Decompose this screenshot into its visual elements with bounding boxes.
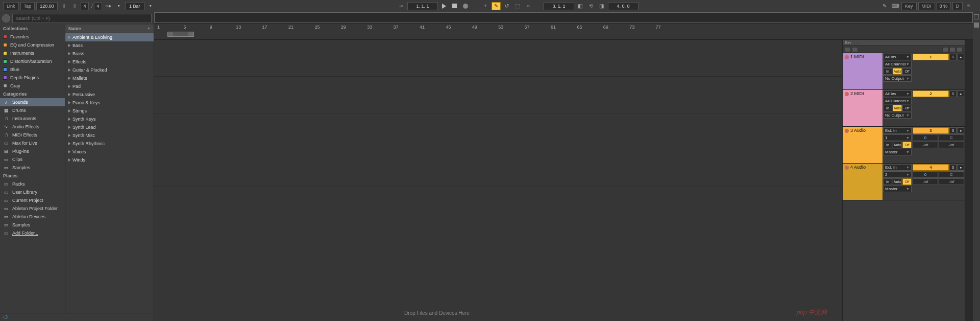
output-select[interactable]: No Output▼ [883,75,912,82]
collection-item[interactable]: EQ and Compression [0,41,65,49]
tempo-nudge-up-icon[interactable]: ⦀ [70,2,79,10]
monitor-off-button[interactable]: Off [902,68,912,75]
input-channel-select[interactable]: 1▼ [883,134,912,141]
input-channel-select[interactable]: All Channel▼ [883,98,912,104]
monitor-auto-button[interactable]: Auto [893,178,902,185]
monitor-auto-button[interactable]: Auto [893,105,902,111]
name-header[interactable]: Name▲ [65,25,154,33]
sound-folder[interactable]: Pad [65,82,154,90]
collection-item[interactable]: Depth Plugins [0,74,65,82]
quantize-dropdown-icon[interactable]: ▼ [146,2,155,10]
draw-mode-icon[interactable]: ✎ [880,2,889,10]
ruler[interactable]: 1591317212529333741454953576165697377 [154,24,973,40]
solo-button[interactable]: S [949,90,957,97]
place-item[interactable]: ▭Packs [0,180,65,188]
category-item[interactable]: ♪Sounds [0,98,65,106]
pan-field[interactable]: 0 [913,171,938,178]
monitor-in-button[interactable]: In [883,68,892,75]
sig-num[interactable]: 4 [81,2,89,10]
midi-map-button[interactable]: MIDI [918,2,935,10]
sound-folder[interactable]: Mallets [65,74,154,82]
track-title[interactable]: 2 MIDI [843,90,883,126]
arm-button[interactable]: ● [957,164,964,171]
track-activator-button[interactable]: 1 [913,54,949,60]
sound-folder[interactable]: Bass [65,41,154,50]
search-input[interactable] [12,14,152,23]
monitor-in-button[interactable]: In [883,178,892,185]
browser-collapse-icon[interactable] [2,14,10,22]
arrangement-view-tab[interactable] [974,22,979,28]
track-title[interactable]: 4 Audio [843,164,883,200]
sound-folder[interactable]: Synth Misc [65,131,154,140]
tap-button[interactable]: Tap [20,2,35,10]
track-fold-icon[interactable] [845,92,849,96]
input-type-select[interactable]: All Ins▼ [883,54,912,60]
sound-folder[interactable]: Brass [65,50,154,58]
output-select[interactable]: No Output▼ [883,112,912,119]
monitor-in-button[interactable]: In [883,142,892,148]
track-fold-icon[interactable] [845,55,849,59]
input-type-select[interactable]: Ext. In▼ [883,164,912,171]
overview-strip[interactable] [154,12,973,24]
input-channel-select[interactable]: All Channel▼ [883,61,912,67]
category-item[interactable]: ▭Max for Live [0,139,65,147]
punch-in-icon[interactable]: ◧ [576,2,585,10]
set-tool-4[interactable] [949,47,955,52]
send-field[interactable]: C [939,171,964,178]
computer-keyboard-icon[interactable]: ⌨ [891,2,900,10]
arm-button[interactable]: ● [957,127,964,134]
solo-button[interactable]: S [949,164,957,171]
category-item[interactable]: ⊞Plug-ins [0,147,65,155]
input-type-select[interactable]: Ext. In▼ [883,127,912,134]
collection-item[interactable]: Blue [0,65,65,74]
lock-icon[interactable] [957,47,963,52]
capture-icon[interactable]: ⬚ [513,2,522,10]
automation-arm-icon[interactable]: ✎ [492,2,501,10]
category-item[interactable]: ∿Audio Effects [0,123,65,131]
track-activator-button[interactable]: 2 [913,90,949,97]
track-title[interactable]: 3 Audio [843,127,883,163]
clip-area[interactable]: Drop Files and Devices Here php 中文网 [154,40,842,321]
set-tool-1[interactable] [845,47,851,52]
track-fold-icon[interactable] [845,129,849,133]
link-button[interactable]: Link [3,2,19,10]
sig-den[interactable]: 4 [94,2,102,10]
overdub-icon[interactable]: + [481,2,490,10]
monitor-off-button[interactable]: Off [902,105,912,111]
set-tool-3[interactable] [942,47,948,52]
menu-icon[interactable]: ≡ [964,2,973,10]
collection-item[interactable]: Favorites [0,33,65,41]
place-item[interactable]: ▭Samples [0,221,65,229]
session-view-tab[interactable] [974,14,979,19]
place-item[interactable]: ▭User Library [0,188,65,196]
quantize-field[interactable]: 1 Bar [125,2,144,10]
arm-button[interactable]: ● [957,90,964,97]
sound-folder[interactable]: Winds [65,156,154,164]
monitor-in-button[interactable]: In [883,105,892,111]
sound-folder[interactable]: Voices [65,148,154,156]
monitor-off-button[interactable]: Off [902,178,912,185]
pan-field[interactable]: 0 [913,134,938,141]
solo-button[interactable]: S [949,54,957,60]
input-channel-select[interactable]: 2▼ [883,171,912,178]
set-tool-2[interactable] [852,47,858,52]
track-fold-icon[interactable] [845,166,849,170]
metronome-icon[interactable]: ○● [104,2,113,10]
collection-item[interactable]: Distortion/Saturation [0,57,65,65]
collection-item[interactable]: Instruments [0,49,65,57]
category-item[interactable]: ⎍MIDI Effects [0,131,65,139]
loop-start-field[interactable]: 3. 1. 1 [544,2,574,10]
key-map-button[interactable]: Key [901,2,917,10]
place-item[interactable]: ▭Current Project [0,196,65,204]
monitor-auto-button[interactable]: Auto [893,68,902,75]
track-activator-button[interactable]: 3 [913,127,949,134]
stop-button[interactable] [450,2,459,10]
sound-folder[interactable]: Ambient & Evolving [65,33,154,41]
loop-brace[interactable] [167,32,194,37]
category-item[interactable]: ▭Clips [0,155,65,164]
place-item[interactable]: ▭Ableton Devices [0,213,65,221]
category-item[interactable]: ▭Samples [0,164,65,172]
send-field[interactable]: C [939,134,964,141]
sound-folder[interactable]: Strings [65,107,154,115]
category-item[interactable]: ⎍Instruments [0,114,65,123]
